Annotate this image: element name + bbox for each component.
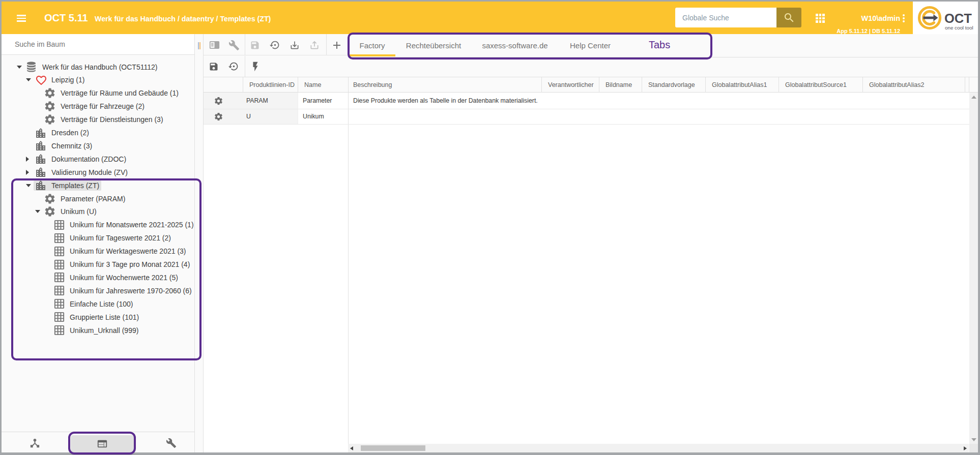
svg-text:one cool tool: one cool tool xyxy=(945,25,973,31)
svg-text:OCT: OCT xyxy=(944,11,972,25)
